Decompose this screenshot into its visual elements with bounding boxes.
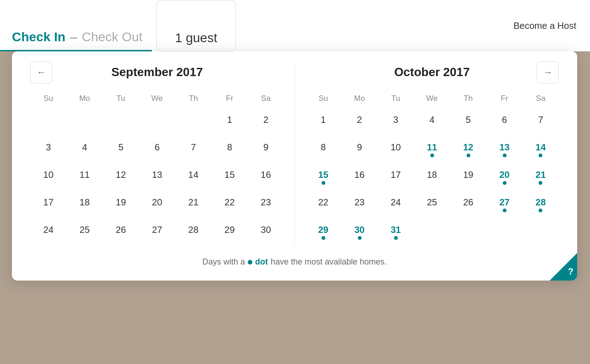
day-cell[interactable]: 16 xyxy=(248,165,284,191)
day-cell[interactable]: 28 xyxy=(175,221,212,246)
day-cell[interactable]: 29 xyxy=(305,221,341,246)
day-cell[interactable]: 17 xyxy=(30,193,67,219)
september-grid: Su Mo Tu We Th Fr Sa 1234567891011121314… xyxy=(30,90,284,246)
day-cell[interactable]: 3 xyxy=(378,110,414,136)
day-cell[interactable]: 1 xyxy=(212,110,248,136)
day-cell[interactable]: 16 xyxy=(341,165,378,191)
day-cell[interactable]: 9 xyxy=(248,138,284,164)
day-cell[interactable]: 31 xyxy=(378,221,414,246)
day-number: 2 xyxy=(357,115,362,124)
calendars-row: ← September 2017 Su Mo Tu We Th Fr Sa 12… xyxy=(30,65,559,246)
day-cell xyxy=(486,221,523,246)
day-cell[interactable]: 12 xyxy=(103,165,139,191)
day-cell[interactable]: 4 xyxy=(67,138,103,164)
day-number: 19 xyxy=(116,198,126,207)
day-cell[interactable]: 19 xyxy=(103,193,139,219)
day-cell[interactable]: 27 xyxy=(139,221,175,246)
availability-dot xyxy=(322,236,325,240)
day-number: 21 xyxy=(535,170,545,179)
oct-col-sa: Sa xyxy=(523,90,559,107)
day-number: 20 xyxy=(152,198,162,207)
day-cell[interactable]: 4 xyxy=(414,110,450,136)
day-cell[interactable]: 27 xyxy=(486,193,523,219)
day-number: 24 xyxy=(43,225,53,234)
day-cell[interactable]: 22 xyxy=(212,193,248,219)
day-number: 3 xyxy=(393,115,398,124)
day-cell[interactable]: 8 xyxy=(305,138,341,164)
day-cell[interactable]: 10 xyxy=(30,165,67,191)
guest-tab[interactable]: 1 guest xyxy=(156,0,236,51)
day-cell[interactable]: 6 xyxy=(486,110,523,136)
become-host-link[interactable]: Become a Host xyxy=(513,21,576,31)
day-cell[interactable]: 2 xyxy=(248,110,284,136)
day-cell[interactable]: 24 xyxy=(30,221,67,246)
day-cell[interactable]: 21 xyxy=(175,193,212,219)
day-cell[interactable]: 30 xyxy=(248,221,284,246)
day-cell[interactable]: 26 xyxy=(103,221,139,246)
day-cell[interactable]: 11 xyxy=(414,138,450,164)
day-cell[interactable]: 5 xyxy=(450,110,486,136)
day-number: 18 xyxy=(79,198,89,207)
day-cell[interactable]: 30 xyxy=(341,221,378,246)
checkin-checkout-tab[interactable]: Check In – Check Out xyxy=(0,0,152,51)
day-cell[interactable]: 24 xyxy=(378,193,414,219)
october-calendar: October 2017 → Su Mo Tu We Th Fr Sa 1234… xyxy=(305,65,559,246)
oct-col-mo: Mo xyxy=(341,90,378,107)
day-cell[interactable]: 9 xyxy=(341,138,378,164)
day-cell[interactable]: 8 xyxy=(212,138,248,164)
oct-col-fr: Fr xyxy=(486,90,523,107)
day-cell[interactable]: 23 xyxy=(248,193,284,219)
day-cell[interactable]: 7 xyxy=(175,138,212,164)
next-month-button[interactable]: → xyxy=(537,61,559,83)
day-cell[interactable]: 18 xyxy=(67,193,103,219)
day-number: 30 xyxy=(261,225,271,234)
day-cell[interactable]: 13 xyxy=(139,165,175,191)
day-cell[interactable]: 12 xyxy=(450,138,486,164)
day-number: 12 xyxy=(463,143,473,152)
day-number: 11 xyxy=(79,170,89,179)
availability-dot xyxy=(394,236,398,240)
day-cell[interactable]: 29 xyxy=(212,221,248,246)
day-cell[interactable]: 11 xyxy=(67,165,103,191)
day-cell[interactable]: 21 xyxy=(523,165,559,191)
legend: Days with a dot have the most available … xyxy=(30,257,559,267)
day-number: 1 xyxy=(321,115,326,124)
october-header: October 2017 → xyxy=(305,65,559,79)
day-cell[interactable]: 2 xyxy=(341,110,378,136)
day-cell[interactable]: 3 xyxy=(30,138,67,164)
day-cell[interactable]: 10 xyxy=(378,138,414,164)
guest-label: 1 guest xyxy=(175,31,217,45)
day-number: 1 xyxy=(227,115,232,124)
day-cell[interactable]: 14 xyxy=(175,165,212,191)
day-cell[interactable]: 20 xyxy=(139,193,175,219)
day-cell[interactable]: 25 xyxy=(67,221,103,246)
day-cell[interactable]: 18 xyxy=(414,165,450,191)
day-cell[interactable]: 25 xyxy=(414,193,450,219)
prev-month-button[interactable]: ← xyxy=(30,61,52,83)
day-number: 27 xyxy=(499,198,509,207)
day-cell[interactable]: 26 xyxy=(450,193,486,219)
day-cell[interactable]: 13 xyxy=(486,138,523,164)
day-number: 19 xyxy=(463,170,473,179)
day-cell[interactable]: 22 xyxy=(305,193,341,219)
day-number: 24 xyxy=(390,198,401,207)
day-cell[interactable]: 28 xyxy=(523,193,559,219)
day-cell[interactable]: 15 xyxy=(212,165,248,191)
day-cell[interactable]: 6 xyxy=(139,138,175,164)
day-cell[interactable]: 17 xyxy=(378,165,414,191)
day-number: 14 xyxy=(188,170,198,179)
day-cell[interactable]: 14 xyxy=(523,138,559,164)
day-number: 22 xyxy=(318,198,328,207)
day-cell[interactable]: 15 xyxy=(305,165,341,191)
day-cell[interactable]: 20 xyxy=(486,165,523,191)
day-cell[interactable]: 23 xyxy=(341,193,378,219)
day-cell xyxy=(523,221,559,246)
september-days: 1234567891011121314151617181920212223242… xyxy=(30,110,284,246)
day-cell[interactable]: 1 xyxy=(305,110,341,136)
day-number: 16 xyxy=(261,170,271,179)
day-cell[interactable]: 5 xyxy=(103,138,139,164)
day-cell[interactable]: 19 xyxy=(450,165,486,191)
day-number: 18 xyxy=(427,170,437,179)
checkout-label: Check Out xyxy=(82,30,142,50)
day-cell[interactable]: 7 xyxy=(523,110,559,136)
